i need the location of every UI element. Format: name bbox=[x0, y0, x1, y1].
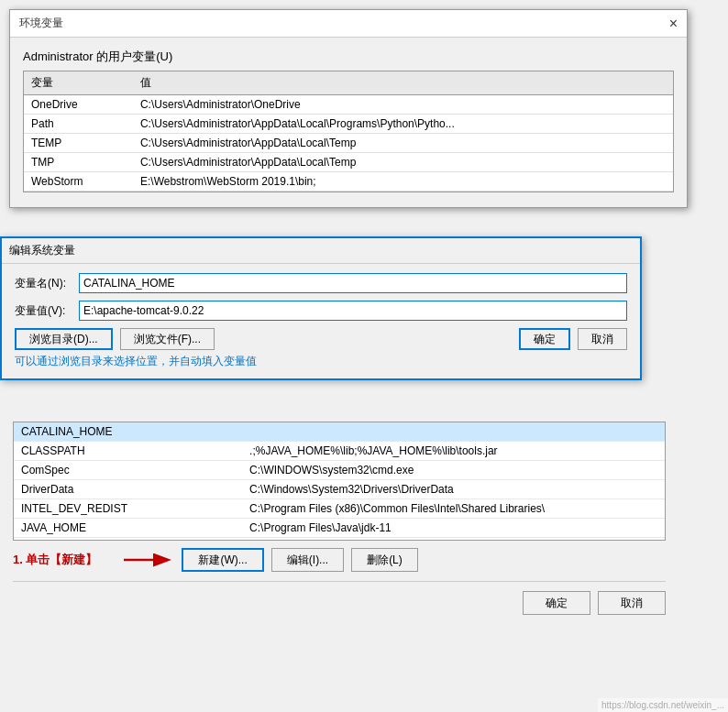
sys-var-row[interactable]: INTEL_DEV_REDISTC:\Program Files (x86)\C… bbox=[14, 499, 665, 519]
user-var-row[interactable]: TEMPC:\Users\Administrator\AppData\Local… bbox=[24, 134, 673, 153]
sys-var-name: ComSpec bbox=[14, 461, 242, 480]
sys-var-value bbox=[242, 422, 665, 442]
step1-arrow bbox=[119, 551, 174, 569]
user-var-value: C:\Users\Administrator\AppData\Local\Tem… bbox=[133, 153, 673, 172]
hint-text: 可以通过浏览目录来选择位置，并自动填入变量值 bbox=[15, 354, 627, 369]
sys-var-value: C:\WINDOWS\system32\cmd.exe bbox=[242, 461, 665, 480]
var-name-row: 变量名(N): bbox=[15, 273, 627, 293]
sys-var-row[interactable]: CLASSPATH.;%JAVA_HOME%\lib;%JAVA_HOME%\l… bbox=[14, 442, 665, 461]
user-vars-table-container: 变量 值 OneDriveC:\Users\Administrator\OneD… bbox=[23, 71, 674, 192]
user-vars-title: Administrator 的用户变量(U) bbox=[23, 49, 674, 65]
delete-button[interactable]: 删除(L) bbox=[351, 548, 418, 572]
user-var-value: E:\Webstrom\WebStorm 2019.1\bin; bbox=[133, 172, 673, 192]
user-var-name: TEMP bbox=[24, 134, 133, 153]
user-var-row[interactable]: WebStormE:\Webstrom\WebStorm 2019.1\bin; bbox=[24, 172, 673, 192]
user-var-row[interactable]: PathC:\Users\Administrator\AppData\Local… bbox=[24, 115, 673, 134]
close-button[interactable]: × bbox=[669, 16, 678, 31]
user-var-row[interactable]: OneDriveC:\Users\Administrator\OneDrive bbox=[24, 95, 673, 115]
sys-var-name: DriverData bbox=[14, 480, 242, 499]
dialog-body: Administrator 的用户变量(U) 变量 值 OneDriveC:\U… bbox=[10, 38, 687, 207]
sys-var-name: MIC_LD_LIBRARY_PATH bbox=[14, 538, 242, 542]
var-value-label: 变量值(V): bbox=[15, 303, 79, 319]
dialog-wrapper: 环境变量 × Administrator 的用户变量(U) 变量 值 OneDr… bbox=[0, 0, 728, 712]
user-var-name: Path bbox=[24, 115, 133, 134]
user-var-name: OneDrive bbox=[24, 95, 133, 115]
user-var-name: WebStorm bbox=[24, 172, 133, 192]
sys-var-row[interactable]: ComSpecC:\WINDOWS\system32\cmd.exe bbox=[14, 461, 665, 480]
sys-var-row[interactable]: CATALINA_HOME bbox=[14, 422, 665, 442]
sys-var-name: CLASSPATH bbox=[14, 442, 242, 461]
main-ok-cancel-row: 确定 取消 bbox=[13, 581, 666, 615]
inner-dialog-body: 变量名(N): 变量值(V): 浏览目录(D)... 浏览文件(F)... 确定… bbox=[2, 264, 640, 378]
sys-var-row[interactable]: MIC_LD_LIBRARY_PATH%INTEL_DEV_REDIST%com… bbox=[14, 538, 665, 542]
sys-var-row[interactable]: DriverDataC:\Windows\System32\Drivers\Dr… bbox=[14, 480, 665, 499]
step1-annotation: 1. 单击【新建】 bbox=[13, 552, 97, 568]
user-var-row[interactable]: TMPC:\Users\Administrator\AppData\Local\… bbox=[24, 153, 673, 172]
var-name-input[interactable] bbox=[79, 273, 627, 293]
col-header-val: 值 bbox=[133, 71, 673, 95]
var-name-label: 变量名(N): bbox=[15, 276, 79, 291]
inner-dialog-title: 编辑系统变量 bbox=[2, 238, 640, 264]
browse-dir-button[interactable]: 浏览目录(D)... bbox=[15, 328, 113, 350]
main-cancel-button[interactable]: 取消 bbox=[598, 591, 666, 615]
sys-vars-section: CATALINA_HOMECLASSPATH.;%JAVA_HOME%\lib;… bbox=[13, 422, 666, 615]
edit-system-var-dialog: 编辑系统变量 变量名(N): 变量值(V): 浏览目录(D)... 浏览文件(F… bbox=[0, 236, 642, 380]
new-button[interactable]: 新建(W)... bbox=[182, 548, 263, 572]
title-bar-text: 环境变量 bbox=[19, 16, 63, 31]
browse-file-button[interactable]: 浏览文件(F)... bbox=[120, 328, 215, 350]
sys-var-row[interactable]: JAVA_HOMEC:\Program Files\Java\jdk-11 bbox=[14, 519, 665, 538]
sys-var-value: .;%JAVA_HOME%\lib;%JAVA_HOME%\lib\tools.… bbox=[242, 442, 665, 461]
var-value-row: 变量值(V): bbox=[15, 301, 627, 321]
var-value-input[interactable] bbox=[79, 301, 627, 321]
user-var-name: TMP bbox=[24, 153, 133, 172]
user-vars-table: 变量 值 OneDriveC:\Users\Administrator\OneD… bbox=[24, 71, 673, 192]
sys-var-value: C:\Program Files\Java\jdk-11 bbox=[242, 519, 665, 538]
sys-var-value: %INTEL_DEV_REDIST%compiler\lib\mic bbox=[242, 538, 665, 542]
sys-var-name: INTEL_DEV_REDIST bbox=[14, 499, 242, 519]
user-var-value: C:\Users\Administrator\AppData\Local\Tem… bbox=[133, 134, 673, 153]
main-ok-button[interactable]: 确定 bbox=[523, 591, 590, 615]
sys-vars-table: CATALINA_HOMECLASSPATH.;%JAVA_HOME%\lib;… bbox=[14, 422, 665, 541]
inner-cancel-button[interactable]: 取消 bbox=[578, 328, 627, 350]
sys-var-actions: 1. 单击【新建】 新建(W)... 编辑(I)... 删除(L) bbox=[13, 548, 666, 572]
watermark: https://blog.csdn.net/weixin_... bbox=[598, 698, 728, 712]
sys-var-value: C:\Windows\System32\Drivers\DriverData bbox=[242, 480, 665, 499]
user-var-value: C:\Users\Administrator\AppData\Local\Pro… bbox=[133, 115, 673, 134]
sys-var-value: C:\Program Files (x86)\Common Files\Inte… bbox=[242, 499, 665, 519]
inner-ok-button[interactable]: 确定 bbox=[519, 328, 570, 350]
main-dialog: 环境变量 × Administrator 的用户变量(U) 变量 值 OneDr… bbox=[9, 9, 688, 208]
col-header-var: 变量 bbox=[24, 71, 133, 95]
edit-button[interactable]: 编辑(I)... bbox=[271, 548, 344, 572]
sys-var-name: JAVA_HOME bbox=[14, 519, 242, 538]
title-bar: 环境变量 × bbox=[10, 10, 687, 38]
user-var-value: C:\Users\Administrator\OneDrive bbox=[133, 95, 673, 115]
sys-vars-table-container: CATALINA_HOMECLASSPATH.;%JAVA_HOME%\lib;… bbox=[13, 422, 666, 541]
sys-var-name: CATALINA_HOME bbox=[14, 422, 242, 442]
dialog-button-row: 浏览目录(D)... 浏览文件(F)... 确定 取消 bbox=[15, 328, 627, 350]
